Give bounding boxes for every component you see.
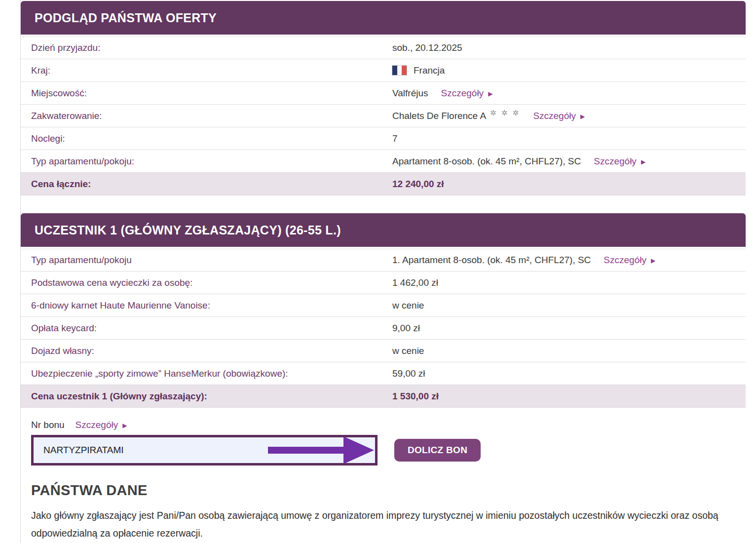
table-row-accommodation: Zakwaterowanie: Chalets De Florence A ✲ …: [21, 105, 746, 127]
table-row-resort: Miejscowość: Valfréjus Szczegóły ▶: [21, 82, 746, 105]
participant-room-details-link[interactable]: Szczegóły ▶: [604, 255, 655, 266]
table-row-country: Kraj: Francja: [21, 59, 746, 82]
arrival-value: sob., 20.12.2025: [392, 42, 462, 53]
participant-room-value: 1. Apartament 8-osob. (ok. 45 m², CHFL27…: [392, 255, 591, 266]
total-price-value: 12 240,00 zł: [392, 179, 444, 190]
keycard-value: 9,00 zł: [392, 323, 420, 334]
insurance-value: 59,00 zł: [392, 368, 425, 379]
offer-preview-title: PODGLĄD PAŃSTWA OFERTY: [35, 11, 217, 25]
keycard-label: Opłata keycard:: [21, 323, 392, 334]
table-row-participant-total: Cena uczestnik 1 (Główny zgłaszający): 1…: [21, 385, 746, 408]
room-type-details-link[interactable]: Szczegóły ▶: [594, 156, 645, 167]
table-row-room-type: Typ apartamentu/pokoju: Apartament 8-oso…: [21, 150, 746, 173]
resort-value: Valfréjus: [392, 88, 428, 99]
skipass-value: w cenie: [392, 300, 424, 311]
table-row-transport: Dojazd własny: w cenie: [21, 340, 746, 362]
content-container: PODGLĄD PAŃSTWA OFERTY Dzień przyjazdu: …: [20, 0, 746, 543]
section-gap: [21, 195, 746, 213]
total-price-label: Cena łącznie:: [21, 179, 392, 190]
participant-1-title: UCZESTNIK 1 (GŁÓWNY ZGŁASZAJĄCY) (26-55 …: [35, 223, 341, 237]
apply-voucher-button[interactable]: DOLICZ BON: [394, 439, 481, 462]
voucher-controls: DOLICZ BON: [31, 435, 746, 465]
voucher-code-input[interactable]: [34, 437, 375, 463]
table-row-nights: Noclegi: 7: [21, 127, 746, 150]
details-arrow-icon: ▶: [651, 257, 655, 264]
offer-preview-header: PODGLĄD PAŃSTWA OFERTY: [21, 1, 746, 35]
details-arrow-icon: ▶: [641, 158, 645, 165]
hotel-stars-icon: ✲ ✲ ✲: [490, 109, 520, 117]
table-row-total-price: Cena łącznie: 12 240,00 zł: [21, 173, 746, 195]
participant-1-table: Typ apartamentu/pokoju 1. Apartament 8-o…: [21, 249, 746, 408]
resort-details-link[interactable]: Szczegóły ▶: [441, 88, 493, 99]
base-price-label: Podstawowa cena wycieczki za osobę:: [21, 277, 392, 288]
participant-total-value: 1 530,00 zł: [392, 391, 439, 402]
booking-summary-page: PODGLĄD PAŃSTWA OFERTY Dzień przyjazdu: …: [0, 0, 756, 543]
room-type-value: Apartament 8-osob. (ok. 45 m², CHFL27), …: [392, 156, 581, 167]
arrival-label: Dzień przyjazdu:: [21, 42, 392, 53]
nights-value: 7: [392, 133, 398, 144]
offer-preview-section: PODGLĄD PAŃSTWA OFERTY Dzień przyjazdu: …: [21, 1, 746, 195]
table-row-base-price: Podstawowa cena wycieczki za osobę: 1 46…: [21, 272, 746, 294]
table-row-arrival: Dzień przyjazdu: sob., 20.12.2025: [21, 37, 746, 59]
accommodation-label: Zakwaterowanie:: [21, 111, 392, 121]
details-arrow-icon: ▶: [488, 90, 492, 97]
table-row-participant-room: Typ apartamentu/pokoju 1. Apartament 8-o…: [21, 249, 746, 272]
transport-value: w cenie: [392, 346, 424, 356]
base-price-value: 1 462,00 zł: [392, 277, 438, 288]
insurance-label: Ubezpieczenie „sporty zimowe” HanseMerku…: [21, 368, 392, 379]
details-arrow-icon: ▶: [122, 422, 127, 428]
participant-1-section: UCZESTNIK 1 (GŁÓWNY ZGŁASZAJĄCY) (26-55 …: [21, 213, 746, 465]
participant-total-label: Cena uczestnik 1 (Główny zgłaszający):: [21, 391, 392, 402]
country-label: Kraj:: [21, 65, 392, 76]
your-data-paragraph: Jako główny zgłaszający jest Pani/Pan os…: [31, 506, 742, 542]
france-flag-icon: [392, 66, 407, 75]
nights-label: Noclegi:: [21, 133, 392, 144]
table-row-keycard: Opłata keycard: 9,00 zł: [21, 317, 746, 340]
voucher-label-row: Nr bonu Szczegóły ▶: [31, 420, 746, 430]
participant-1-header: UCZESTNIK 1 (GŁÓWNY ZGŁASZAJĄCY) (26-55 …: [21, 213, 746, 247]
table-row-insurance: Ubezpieczenie „sporty zimowe” HanseMerku…: [21, 362, 746, 385]
country-value: Francja: [414, 65, 445, 76]
participant-room-label: Typ apartamentu/pokoju: [21, 255, 392, 266]
resort-label: Miejscowość:: [21, 88, 392, 99]
details-arrow-icon: ▶: [580, 113, 585, 119]
your-data-section: PAŃSTWA DANE Jako główny zgłaszający jes…: [21, 482, 746, 543]
transport-label: Dojazd własny:: [21, 346, 392, 356]
your-data-title: PAŃSTWA DANE: [31, 482, 746, 499]
voucher-label: Nr bonu: [31, 420, 65, 430]
voucher-input-wrap: [31, 435, 378, 465]
room-type-label: Typ apartamentu/pokoju:: [21, 156, 392, 167]
offer-preview-table: Dzień przyjazdu: sob., 20.12.2025 Kraj: …: [21, 37, 746, 195]
table-row-skipass: 6-dniowy karnet Haute Maurienne Vanoise:…: [21, 294, 746, 317]
accommodation-value: Chalets De Florence A: [392, 111, 486, 121]
skipass-label: 6-dniowy karnet Haute Maurienne Vanoise:: [21, 300, 392, 311]
voucher-details-link[interactable]: Szczegóły ▶: [76, 420, 127, 430]
accommodation-details-link[interactable]: Szczegóły ▶: [533, 111, 585, 121]
